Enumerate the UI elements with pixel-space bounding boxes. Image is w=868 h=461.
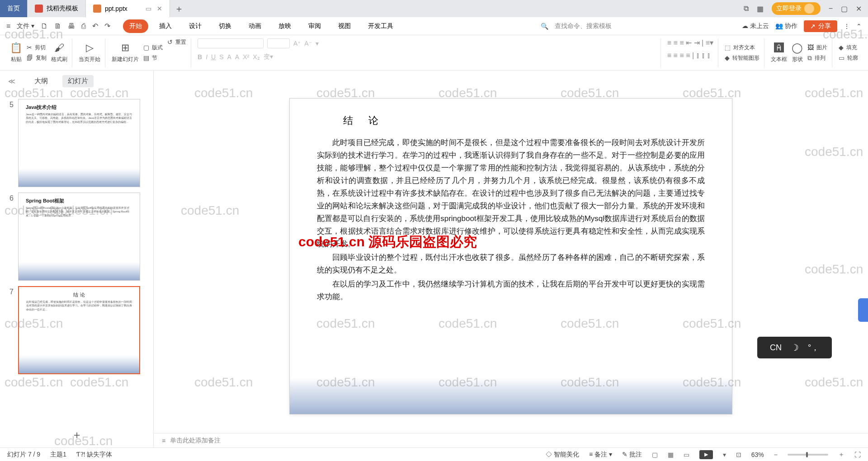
share-button[interactable]: ↗ 分享 (804, 20, 837, 32)
play-dropdown-icon[interactable]: ▾ (723, 451, 726, 458)
menu-icon[interactable]: ≡ (6, 22, 10, 30)
copy-button[interactable]: 🗐复制 (27, 54, 47, 62)
thumb-7[interactable]: 7 结 论此时项目已经完成，即使实施的时间不是很长，但是这个过程中需要准备很长的… (0, 283, 153, 377)
menu-view[interactable]: 视图 (332, 19, 357, 33)
notes-toggle[interactable]: ≡ 备注 ▾ (589, 451, 612, 459)
outline-button[interactable]: ▭轮廓 (839, 54, 858, 62)
close-window-icon[interactable]: ✕ (856, 5, 862, 13)
cloud-status[interactable]: ☁ 未上云 (742, 22, 769, 30)
reset-button[interactable]: ↺重置 (167, 38, 186, 46)
slide-canvas[interactable]: 结 论 此时项目已经完成，即使实施的时间不是很长，但是这个过程中需要准备很长的一… (154, 71, 868, 433)
print-preview-icon[interactable]: ⎙ (81, 22, 86, 30)
more-icon[interactable]: ⋮ (844, 23, 850, 30)
side-panel-tab[interactable] (858, 298, 868, 322)
paste-button[interactable]: 📋粘贴 (10, 42, 22, 63)
reading-view-icon[interactable]: ▭ (684, 451, 689, 458)
menu-insert[interactable]: 插入 (153, 19, 178, 33)
section-button[interactable]: ▤节 (143, 54, 163, 62)
align-text-button[interactable]: ⬚对齐文本 (725, 44, 760, 52)
tab-ppt-file[interactable]: ppt.pptx ▭ ✕ (86, 0, 170, 17)
to-smart-button[interactable]: ◆转智能图形 (725, 54, 760, 62)
menu-animation[interactable]: 动画 (242, 19, 268, 33)
collab-button[interactable]: 👥 协作 (775, 22, 797, 30)
menu-transition[interactable]: 切换 (212, 19, 238, 33)
add-slide-button[interactable]: ＋ (0, 422, 153, 447)
collapse-ribbon-icon[interactable]: ⌃ (856, 23, 862, 30)
tab-templates[interactable]: 找稻壳模板 (28, 0, 86, 17)
window-mode-icon[interactable]: ⧉ (744, 5, 749, 13)
slide-decoration (290, 378, 732, 414)
paragraph-controls-1[interactable]: ≡ ≡ ≡ ⇤ ⇥ | ≡▾ (667, 38, 713, 47)
theme-name[interactable]: 主题1 (50, 451, 66, 459)
layout-button[interactable]: ▢版式 (143, 44, 163, 52)
save-icon[interactable]: 🗋 (41, 22, 48, 30)
menu-review[interactable]: 审阅 (302, 19, 327, 33)
from-current-button[interactable]: ▷当页开始 (79, 42, 100, 63)
slides-tab[interactable]: 幻灯片 (62, 75, 94, 87)
outline-tab[interactable]: 大纲 (29, 75, 53, 87)
ppt-icon (93, 5, 101, 13)
font-controls[interactable]: A⁺A⁻▾ (198, 38, 319, 48)
thumb-5[interactable]: 5 Java技术介绍Java是一种面向对象的编程语言，具有简单、面向对象、分布式… (0, 96, 153, 190)
slide-title: 结 论 (317, 112, 705, 136)
sorter-view-icon[interactable]: ▦ (668, 451, 674, 458)
zoom-out-icon[interactable]: − (774, 451, 778, 458)
arrange-button[interactable]: ⧉排列 (807, 54, 827, 62)
minimize-icon[interactable]: − (829, 5, 833, 13)
search-placeholder[interactable]: 查找命令、搜索模板 (555, 22, 612, 30)
ime-punct: °， (808, 342, 819, 353)
tab-home[interactable]: 首页 (0, 0, 28, 17)
close-icon[interactable]: ✕ (157, 5, 162, 12)
avatar-icon (804, 4, 814, 14)
new-slide-button[interactable]: ⊞新建幻灯片 (112, 42, 139, 63)
apps-icon[interactable]: ▦ (757, 5, 764, 13)
format-painter-button[interactable]: 🖌格式刷 (51, 42, 67, 63)
maximize-icon[interactable]: ▢ (841, 5, 848, 13)
moon-icon: ☽ (791, 342, 799, 353)
thumbnail-list[interactable]: 5 Java技术介绍Java是一种面向对象的编程语言，具有简单、面向对象、分布式… (0, 92, 153, 422)
undo-icon[interactable]: ↶ (92, 22, 98, 30)
main-area: ≪ 大纲 幻灯片 5 Java技术介绍Java是一种面向对象的编程语言，具有简单… (0, 71, 868, 447)
beautify-button[interactable]: ◇ 智能美化 (546, 451, 579, 459)
cut-button[interactable]: ✂剪切 (27, 44, 47, 52)
zoom-in-icon[interactable]: ＋ (838, 451, 844, 459)
menubar: ≡ 文件 ▾ 🗋 🗎 🖶 ⎙ ↶ ↷ 开始 插入 设计 切换 动画 放映 审阅 … (0, 17, 868, 35)
fill-button[interactable]: ◆填充 (839, 44, 858, 52)
search-icon[interactable]: 🔍 (541, 23, 548, 30)
slide-position: 幻灯片 7 / 9 (7, 451, 40, 459)
menu-design[interactable]: 设计 (183, 19, 208, 33)
save-as-icon[interactable]: 🗎 (54, 22, 61, 30)
menu-developer[interactable]: 开发工具 (362, 19, 400, 33)
canvas-area: 结 论 此时项目已经完成，即使实施的时间不是很长，但是这个过程中需要准备很长的一… (154, 71, 868, 447)
new-tab-button[interactable]: ＋ (170, 0, 188, 17)
zoom-slider[interactable] (788, 454, 828, 456)
shape-button[interactable]: ◯形状 (792, 42, 803, 63)
fit-icon[interactable]: ⊡ (736, 451, 741, 458)
missing-font[interactable]: Ƭ⁈ 缺失字体 (76, 451, 112, 459)
display-icon[interactable]: ▭ (146, 5, 151, 12)
notes-bar[interactable]: ≡ 单击此处添加备注 (154, 433, 868, 447)
zoom-level[interactable]: 63% (751, 451, 764, 458)
ime-indicator: CN ☽ °， (757, 337, 832, 358)
redo-icon[interactable]: ↷ (104, 22, 110, 30)
fit-window-icon[interactable]: ⛶ (854, 451, 861, 458)
template-icon (35, 5, 43, 13)
tab-label: ppt.pptx (105, 5, 127, 12)
menu-slideshow[interactable]: 放映 (272, 19, 297, 33)
normal-view-icon[interactable]: ▢ (652, 451, 658, 458)
file-menu[interactable]: 文件 ▾ (17, 22, 34, 30)
paragraph-controls-2[interactable]: ≡ ≡ ≡ ≡ | ⫿ ⫿ ⫿ (667, 52, 711, 60)
picture-button[interactable]: 🖼图片 (807, 44, 827, 52)
text-box-button[interactable]: 🅰文本框 (771, 42, 787, 63)
login-button[interactable]: 立即登录 (772, 2, 821, 15)
thumb-6[interactable]: 6 Spring Boot框架Spring Boot是Pivotal团队的一个新… (0, 190, 153, 283)
comments-button[interactable]: ✎ 批注 (622, 451, 642, 459)
collapse-panel-icon[interactable]: ≪ (8, 77, 15, 85)
login-label: 立即登录 (776, 5, 802, 13)
menu-start[interactable]: 开始 (123, 19, 148, 33)
print-icon[interactable]: 🖶 (68, 22, 75, 30)
current-slide: 结 论 此时项目已经完成，即使实施的时间不是很长，但是这个过程中需要准备很长的一… (289, 98, 732, 414)
slide-body: 此时项目已经完成，即使实施的时间不是很长，但是这个过程中需要准备很长的一段时间去… (317, 136, 705, 303)
slideshow-button[interactable]: ▶ (699, 450, 713, 459)
font-style-controls[interactable]: BIUSAAX²X₂变▾ (198, 53, 273, 61)
